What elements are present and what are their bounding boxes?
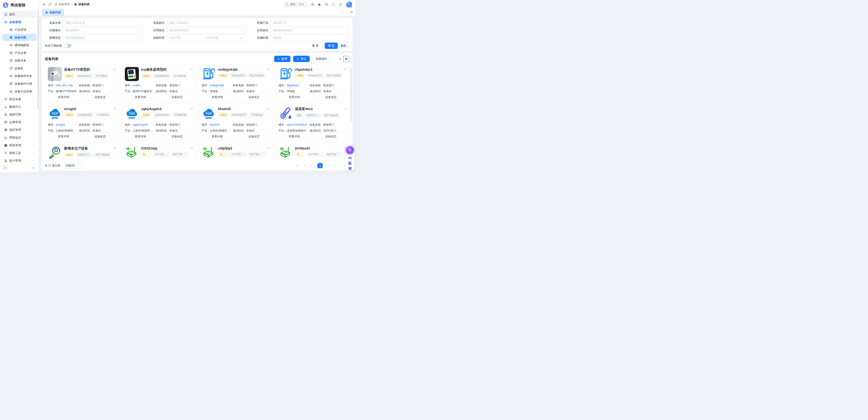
sidebar-item[interactable]: 首页 xyxy=(2,11,37,18)
ai-badge-label: AI xyxy=(348,149,352,152)
batch-actions-button[interactable]: 批量操作 xyxy=(312,56,335,62)
device-card-main: jhrfdas23 未激活 CJ/T188户... MQTT服务器 xyxy=(295,146,347,160)
sidebar-scrollbar-thumb[interactable] xyxy=(38,10,38,109)
pin-icon[interactable] xyxy=(31,165,36,170)
device-code-link[interactable]: asdkjgvkdjb xyxy=(210,84,224,87)
sidebar-item[interactable]: 设备操作记录 xyxy=(2,80,37,87)
sidebar-item[interactable]: 设备管理 xyxy=(2,19,37,26)
device-code-link[interactable]: ugkjvkzgds4 xyxy=(133,123,148,126)
device-card: 温湿度4613 离线 内置MQTT... MQTT服务器 xyxy=(276,103,350,140)
device-status-button[interactable]: 设备状态 xyxy=(82,133,118,140)
list-view-button[interactable] xyxy=(337,56,343,62)
view-detail-button[interactable]: 查看详情 xyxy=(199,94,236,100)
hamburger-icon[interactable] xyxy=(42,3,45,6)
filter-field-control[interactable]: 请输入设备名称 xyxy=(63,20,142,26)
device-code-link[interactable]: asdfd xyxy=(133,84,140,87)
tab-expand-icon[interactable] xyxy=(347,9,355,15)
next-page-button[interactable] xyxy=(327,164,330,167)
sidebar-collapse-button[interactable] xyxy=(2,165,8,170)
prev-page-button[interactable] xyxy=(310,164,313,167)
grid-scrollbar-thumb[interactable] xyxy=(350,68,352,122)
page-size-select[interactable]: 24条/页 xyxy=(63,163,82,169)
view-detail-button[interactable]: 查看详情 xyxy=(199,133,236,140)
global-search-input[interactable]: 搜索 Ctrl K xyxy=(283,2,307,7)
next-group-button[interactable] xyxy=(334,164,337,167)
device-status-button[interactable]: 设备状态 xyxy=(159,94,195,100)
date-start-placeholder: 开始日期 xyxy=(169,36,202,40)
device-code-link[interactable]: xjhu0132634613 xyxy=(287,123,307,126)
grid-view-button[interactable] xyxy=(343,56,349,62)
device-status-button[interactable]: 设备状态 xyxy=(236,94,272,100)
breadcrumb-item[interactable]: 设备列表 › xyxy=(74,2,92,6)
include-sub-org-toggle[interactable] xyxy=(64,44,71,48)
export-button[interactable]: 导出 xyxy=(293,56,310,62)
sidebar-item[interactable]: 规则引擎 xyxy=(2,111,37,118)
avatar[interactable] xyxy=(346,1,352,7)
sidebar-item[interactable]: 租户管理 xyxy=(2,157,37,163)
view-detail-button[interactable]: 查看详情 xyxy=(122,94,159,100)
view-detail-button[interactable]: 查看详情 xyxy=(45,133,82,140)
device-title: sfgadskjv1 xyxy=(295,67,343,71)
view-detail-button[interactable]: 查看详情 xyxy=(122,133,159,140)
sidebar-item[interactable]: 批量操作任务 xyxy=(2,72,37,79)
device-status-button[interactable]: 设备状态 xyxy=(312,133,349,140)
sidebar-item[interactable]: 项目管理 xyxy=(2,126,37,133)
sidebar-item[interactable]: 通用物模型 xyxy=(2,42,37,49)
reset-button[interactable]: 重 置 xyxy=(309,42,322,49)
ai-assistant-button[interactable]: AI AI 助 理 xyxy=(345,146,354,171)
date-range-control[interactable]: 开始日期 结束日期 xyxy=(166,35,246,41)
view-detail-button[interactable]: 查看详情 xyxy=(276,133,312,140)
add-device-button[interactable]: 新增 xyxy=(274,56,291,62)
sidebar-item[interactable]: 组合设备 xyxy=(2,96,37,103)
fullscreen-icon[interactable] xyxy=(332,3,335,6)
search-button[interactable]: 搜 索 xyxy=(325,42,338,49)
filter-field-control[interactable]: 请选择在线状态 xyxy=(270,27,349,34)
filter-field: 所属机构 请选择 xyxy=(252,34,349,41)
tab-chevron-down-icon[interactable] xyxy=(340,9,347,15)
device-card-footer: 查看详情 设备状态 xyxy=(276,133,349,140)
sidebar-item[interactable]: 产品管理 xyxy=(2,26,37,33)
filter-field-control[interactable]: 请选择启用状态 xyxy=(166,27,246,34)
sidebar-item[interactable]: 系统监控 xyxy=(2,134,37,141)
sidebar-item[interactable]: 运维管理 xyxy=(2,119,37,126)
device-status-button[interactable]: 设备状态 xyxy=(236,133,272,140)
sidebar-item[interactable]: 产品分类 xyxy=(2,50,37,56)
breadcrumb-item[interactable]: 设备管理 › xyxy=(54,2,73,6)
first-page-button[interactable] xyxy=(297,164,299,167)
refresh-icon[interactable] xyxy=(48,3,52,6)
page-number[interactable]: 1 xyxy=(317,163,323,168)
dark-mode-icon[interactable] xyxy=(318,3,321,6)
language-icon[interactable]: 文A xyxy=(325,3,328,6)
device-code-link[interactable]: sfgadskjv1 xyxy=(287,84,300,87)
device-code-link[interactable]: fdsah25 xyxy=(210,123,220,126)
device-code-link[interactable]: eirugb2 xyxy=(56,123,65,126)
sidebar-item[interactable]: 设备日志列表 xyxy=(2,88,37,95)
pager: 1 xyxy=(297,163,349,168)
filter-field-control[interactable]: 请选择报警状态 xyxy=(63,35,142,41)
device-product-label: 产品： xyxy=(202,129,210,132)
sidebar-item[interactable]: 系统管理 xyxy=(2,142,37,149)
device-code-link[interactable]: new_dev_http xyxy=(56,84,73,87)
sidebar-item[interactable]: 采集任务 xyxy=(2,57,37,64)
tab-device-list[interactable]: 设备列表 xyxy=(42,9,64,15)
sidebar-item[interactable]: 设备列表 xyxy=(2,34,37,41)
prev-group-button[interactable] xyxy=(303,164,306,167)
sidebar-item[interactable]: 设备组 xyxy=(2,65,37,72)
sidebar-item[interactable]: 系统工具 xyxy=(2,150,37,157)
device-status-button[interactable]: 设备状态 xyxy=(159,133,195,140)
device-org-row: 机构名称：研发部门 xyxy=(310,123,346,127)
sidebar-item-icon xyxy=(4,128,7,132)
bell-icon[interactable] xyxy=(339,3,342,6)
filter-field-control[interactable]: 请选择 xyxy=(270,35,349,41)
collapse-panel-link[interactable]: 收起 xyxy=(341,44,349,48)
gear-icon[interactable] xyxy=(311,3,314,6)
filter-field-control[interactable]: 请输入设备标识 xyxy=(166,20,246,26)
device-status-button[interactable]: 设备状态 xyxy=(312,94,349,100)
device-info: 编号： 机构名称： 产品： 激活时间： xyxy=(276,160,349,161)
view-detail-button[interactable]: 查看详情 xyxy=(45,94,82,100)
device-status-button[interactable]: 设备状态 xyxy=(82,94,118,100)
sidebar-item[interactable]: 数据中心 xyxy=(2,103,37,110)
filter-field-control[interactable]: 请选择项目 xyxy=(63,27,142,34)
view-detail-button[interactable]: 查看详情 xyxy=(276,94,312,100)
filter-field-control[interactable]: 请选择产品 xyxy=(270,20,349,26)
